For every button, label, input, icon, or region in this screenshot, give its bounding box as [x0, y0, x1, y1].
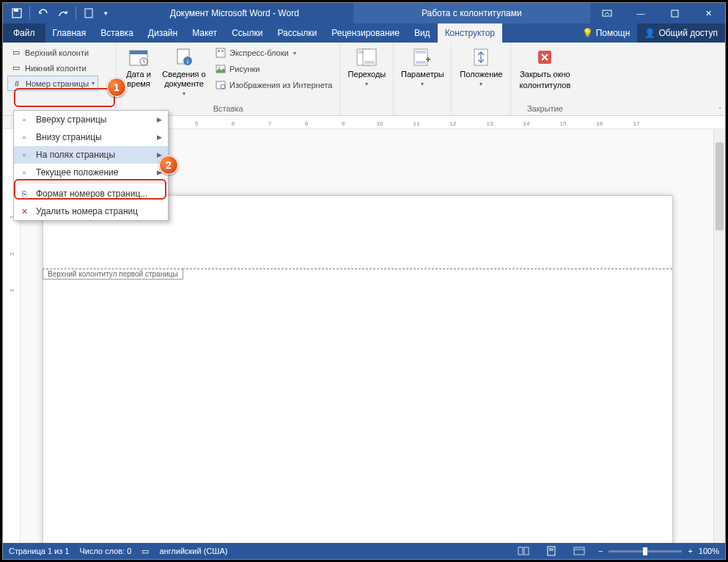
tab-view[interactable]: Вид — [407, 23, 438, 43]
zoom-level[interactable]: 100% — [699, 547, 719, 555]
goto-button[interactable]: Переходы▾ — [345, 45, 389, 88]
window-title: Документ Microsoft Word - Word — [116, 8, 353, 18]
date-time-button[interactable]: Дата и время — [121, 45, 156, 89]
menu-current-position[interactable]: ▫Текущее положение▶ — [14, 164, 168, 181]
footer-icon: ▭ — [10, 62, 22, 74]
menu-remove-page-numbers[interactable]: ✕Удалить номера страниц — [14, 202, 168, 220]
quick-access-toolbar: ▾ — [3, 5, 116, 21]
tab-references[interactable]: Ссылки — [224, 23, 270, 43]
quick-parts-icon — [215, 47, 227, 59]
vertical-scrollbar[interactable] — [713, 129, 725, 543]
page-number-icon: # — [11, 78, 23, 90]
footer-button[interactable]: ▭Нижний колонти — [7, 60, 89, 76]
tab-header-footer-design[interactable]: Конструктор — [438, 23, 502, 43]
tab-design[interactable]: Дизайн — [141, 23, 185, 43]
svg-rect-21 — [364, 61, 375, 64]
ribbon-display-button[interactable] — [590, 3, 624, 23]
new-doc-button[interactable] — [79, 5, 98, 21]
save-button[interactable] — [7, 5, 26, 21]
group-options: Параметры▾ — [394, 43, 452, 115]
tell-me-button[interactable]: 💡Помощн — [575, 23, 638, 43]
page-number-button[interactable]: #Номер страницы▾ — [7, 76, 98, 91]
svg-rect-23 — [416, 51, 426, 54]
redo-button[interactable] — [54, 5, 73, 21]
document-info-button[interactable]: i Сведения о документе▾ — [159, 45, 209, 98]
tab-review[interactable]: Рецензирование — [324, 23, 407, 43]
remove-icon: ✕ — [18, 205, 30, 217]
submenu-arrow-icon: ▶ — [157, 151, 162, 158]
menu-bottom-of-page[interactable]: ▫Внизу страницы▶ — [14, 128, 168, 146]
online-pictures-button[interactable]: Изображения из Интернета — [212, 77, 335, 93]
close-icon — [533, 46, 556, 68]
title-bar: ▾ Документ Microsoft Word - Word Работа … — [3, 3, 725, 23]
contextual-tab-title: Работа с колонтитулами — [353, 3, 591, 23]
share-button[interactable]: 👤Общий доступ — [637, 23, 725, 43]
svg-rect-11 — [216, 48, 225, 57]
svg-rect-24 — [416, 61, 426, 64]
file-tab[interactable]: Файл — [3, 23, 45, 43]
ribbon-tabs: Файл Главная Вставка Дизайн Макет Ссылки… — [3, 23, 725, 43]
format-icon: ⎘ — [18, 188, 30, 200]
group-close: Закрыть окно колонтитулов Закрытие — [511, 43, 578, 115]
options-icon — [411, 46, 434, 68]
svg-rect-4 — [672, 10, 678, 17]
read-mode-button[interactable] — [515, 544, 532, 558]
current-position-icon: ▫ — [18, 167, 30, 178]
svg-rect-1 — [14, 9, 18, 12]
zoom-in-button[interactable]: + — [688, 547, 692, 555]
pictures-button[interactable]: Рисунки — [212, 61, 335, 77]
zoom-control[interactable]: − + 100% — [598, 547, 719, 555]
menu-format-page-numbers[interactable]: ⎘Формат номеров страниц... — [14, 185, 168, 202]
web-layout-button[interactable] — [570, 544, 588, 558]
minimize-button[interactable]: ― — [624, 3, 658, 23]
page-margins-icon: ▫ — [18, 149, 30, 161]
svg-rect-6 — [130, 51, 147, 54]
language-indicator[interactable]: английский (США) — [159, 547, 227, 555]
share-icon: 👤 — [644, 28, 655, 38]
menu-page-margins[interactable]: ▫На полях страницы▶ — [14, 146, 168, 164]
group-insert: Дата и время i Сведения о документе▾ Экс… — [117, 43, 340, 115]
annotation-badge-2: 2 — [159, 156, 178, 175]
dropdown-arrow-icon: ▾ — [92, 80, 95, 87]
page-top-icon: ▫ — [18, 114, 30, 125]
position-button[interactable]: Положение▾ — [456, 45, 506, 88]
submenu-arrow-icon: ▶ — [157, 134, 162, 141]
close-button[interactable]: ✕ — [691, 3, 725, 23]
group-navigation: Переходы▾ — [340, 43, 394, 115]
goto-icon — [355, 46, 378, 68]
options-button[interactable]: Параметры▾ — [398, 45, 446, 88]
online-picture-icon — [215, 79, 227, 91]
group-position: Положение▾ — [452, 43, 511, 115]
svg-text:i: i — [187, 58, 188, 65]
menu-top-of-page[interactable]: ▫Вверху страницы▶ — [14, 111, 168, 128]
svg-rect-13 — [221, 50, 224, 52]
close-header-footer-button[interactable]: Закрыть окно колонтитулов — [515, 45, 574, 90]
page-bottom-icon: ▫ — [18, 131, 30, 143]
tab-home[interactable]: Главная — [45, 23, 94, 43]
word-count[interactable]: Число слов: 0 — [79, 547, 131, 555]
page-indicator[interactable]: Страница 1 из 1 — [9, 547, 69, 555]
header-tag: Верхний колонтитул первой страницы — [43, 269, 183, 280]
page[interactable]: Верхний колонтитул первой страницы — [43, 195, 673, 543]
group-header-footer: ▭Верхний колонти ▭Нижний колонти #Номер … — [3, 43, 117, 115]
annotation-badge-1: 1 — [107, 78, 126, 97]
svg-rect-32 — [574, 547, 584, 555]
calendar-icon — [127, 46, 150, 68]
zoom-out-button[interactable]: − — [598, 547, 603, 555]
tab-mailings[interactable]: Рассылки — [270, 23, 324, 43]
collapse-ribbon-button[interactable]: ˄ — [718, 106, 722, 114]
zoom-slider[interactable] — [608, 550, 682, 552]
svg-rect-2 — [85, 9, 92, 18]
proofing-icon[interactable]: ▭ — [141, 547, 149, 556]
undo-button[interactable] — [33, 5, 52, 21]
quick-parts-button[interactable]: Экспресс-блоки▾ — [212, 45, 335, 61]
qat-customize-button[interactable]: ▾ — [100, 5, 111, 21]
maximize-button[interactable] — [658, 3, 691, 23]
tab-insert[interactable]: Вставка — [93, 23, 141, 43]
picture-icon — [215, 63, 227, 75]
tab-layout[interactable]: Макет — [185, 23, 224, 43]
page-number-menu: ▫Вверху страницы▶ ▫Внизу страницы▶ ▫На п… — [13, 110, 169, 221]
svg-rect-27 — [518, 547, 523, 555]
header-button[interactable]: ▭Верхний колонти — [7, 45, 92, 60]
print-layout-button[interactable] — [543, 544, 560, 558]
